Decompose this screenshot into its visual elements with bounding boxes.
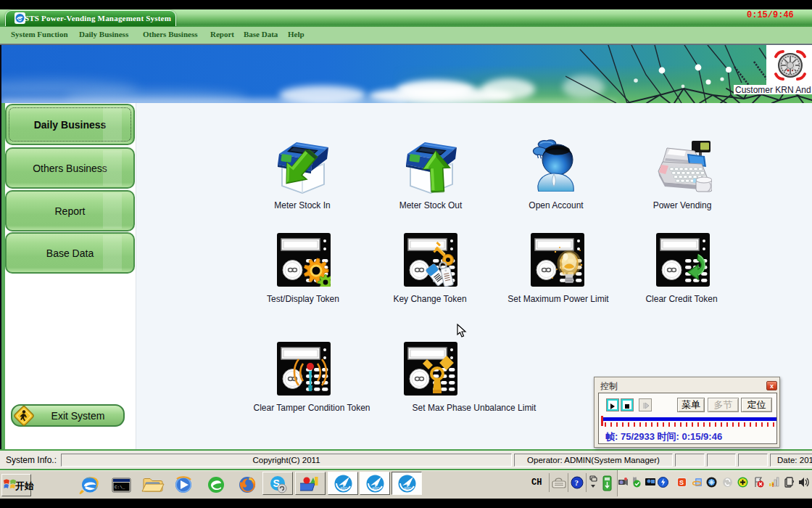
svg-text:AVIC: AVIC <box>404 487 412 491</box>
svg-text:AVIC: AVIC <box>340 487 348 491</box>
svg-text:?: ? <box>575 478 579 487</box>
svg-text:AVIC: AVIC <box>372 487 380 491</box>
svg-text:S: S <box>679 479 684 486</box>
svg-text:C:\_: C:\_ <box>115 485 125 490</box>
svg-text:!: ! <box>772 483 774 488</box>
